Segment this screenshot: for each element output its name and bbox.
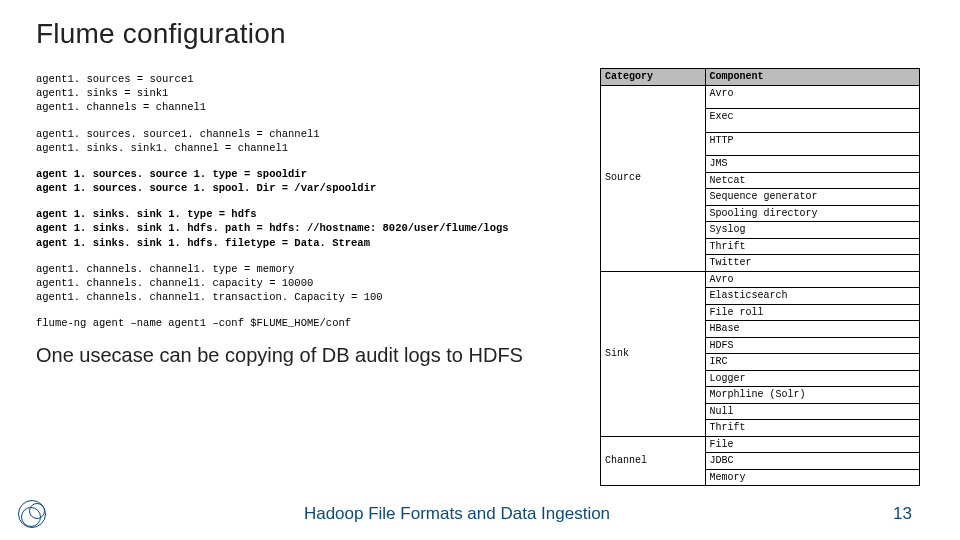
code-block-1: agent1. sources = source1 agent1. sinks …	[36, 72, 576, 115]
table-row: Channel File	[601, 436, 920, 453]
component-cell: Avro	[705, 271, 920, 288]
category-channel: Channel	[601, 436, 706, 486]
component-cell: Spooling directory	[705, 205, 920, 222]
component-cell: Thrift	[705, 420, 920, 437]
component-cell: Avro	[705, 85, 920, 109]
page-title: Flume configuration	[36, 18, 928, 50]
component-cell: Memory	[705, 469, 920, 486]
cern-logo-icon	[18, 500, 46, 528]
component-cell: Netcat	[705, 172, 920, 189]
right-column: Category Component Source Avro Exec HTTP…	[600, 68, 920, 486]
content-area: agent1. sources = source1 agent1. sinks …	[36, 72, 928, 486]
component-cell: File roll	[705, 304, 920, 321]
component-cell: JDBC	[705, 453, 920, 470]
component-cell: Thrift	[705, 238, 920, 255]
footer-text: Hadoop File Formats and Data Ingestion	[46, 504, 868, 524]
component-table: Category Component Source Avro Exec HTTP…	[600, 68, 920, 486]
component-cell: File	[705, 436, 920, 453]
component-cell: JMS	[705, 156, 920, 173]
component-cell: Elasticsearch	[705, 288, 920, 305]
table-row: Source Avro	[601, 85, 920, 109]
usecase-text: One usecase can be copying of DB audit l…	[36, 342, 576, 368]
code-block-5: agent1. channels. channel1. type = memor…	[36, 262, 576, 305]
slide-page: Flume configuration agent1. sources = so…	[0, 0, 960, 540]
category-source: Source	[601, 85, 706, 271]
component-cell: Exec	[705, 109, 920, 133]
page-number: 13	[868, 504, 912, 524]
left-column: agent1. sources = source1 agent1. sinks …	[36, 72, 576, 486]
component-cell: Sequence generator	[705, 189, 920, 206]
component-cell: HTTP	[705, 132, 920, 156]
category-sink: Sink	[601, 271, 706, 436]
table-row: Sink Avro	[601, 271, 920, 288]
component-cell: Null	[705, 403, 920, 420]
component-cell: Logger	[705, 370, 920, 387]
component-cell: Syslog	[705, 222, 920, 239]
component-cell: HBase	[705, 321, 920, 338]
code-block-4: agent 1. sinks. sink 1. type = hdfs agen…	[36, 207, 576, 250]
code-block-6: flume-ng agent –name agent1 –conf $FLUME…	[36, 316, 576, 330]
table-header-row: Category Component	[601, 69, 920, 86]
code-block-3: agent 1. sources. source 1. type = spool…	[36, 167, 576, 195]
component-cell: Twitter	[705, 255, 920, 272]
col-category: Category	[601, 69, 706, 86]
slide-footer: Hadoop File Formats and Data Ingestion 1…	[0, 500, 960, 528]
code-block-2: agent1. sources. source1. channels = cha…	[36, 127, 576, 155]
col-component: Component	[705, 69, 920, 86]
component-cell: HDFS	[705, 337, 920, 354]
component-cell: Morphline (Solr)	[705, 387, 920, 404]
component-cell: IRC	[705, 354, 920, 371]
